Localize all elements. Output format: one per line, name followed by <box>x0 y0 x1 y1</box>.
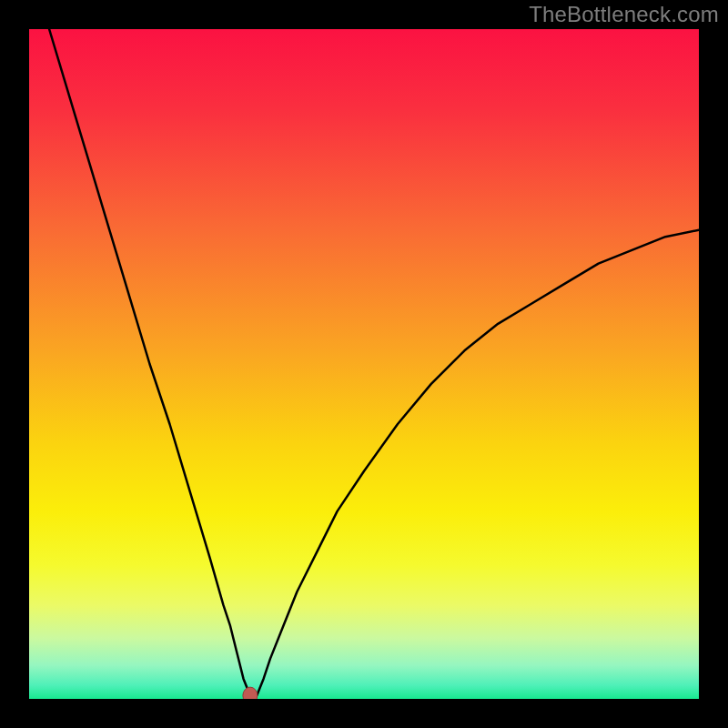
plot-area <box>29 29 699 699</box>
optimal-point-marker <box>243 687 258 699</box>
plot-svg <box>29 29 699 699</box>
bottleneck-curve <box>49 29 699 695</box>
watermark-text: TheBottleneck.com <box>529 2 719 27</box>
chart-frame: TheBottleneck.com <box>0 0 728 728</box>
